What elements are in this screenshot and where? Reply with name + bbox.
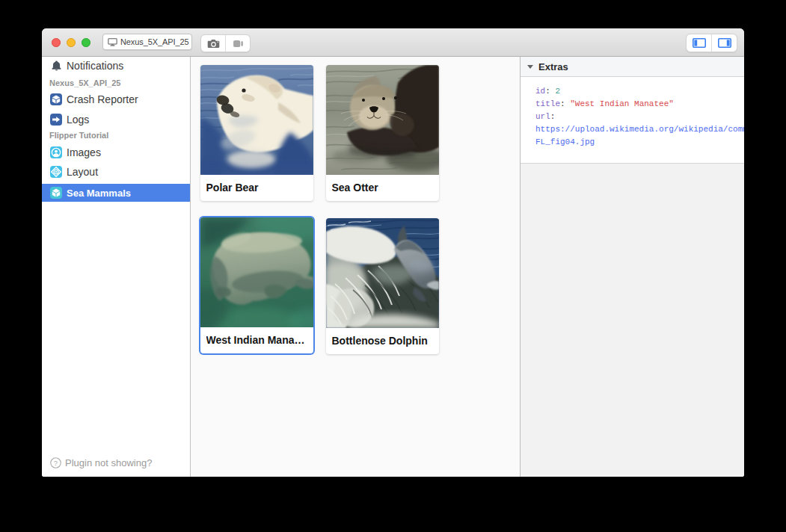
svg-text:?: ? — [54, 459, 58, 467]
